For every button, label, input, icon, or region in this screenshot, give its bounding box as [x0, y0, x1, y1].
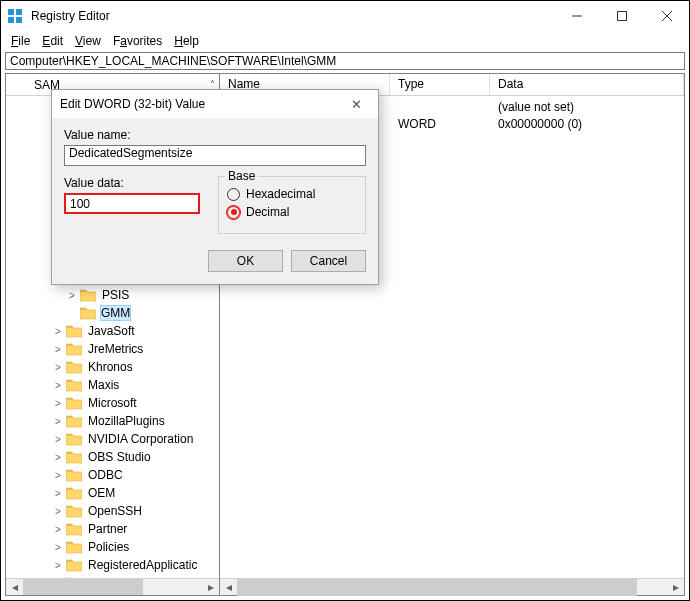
window-title: Registry Editor — [31, 9, 554, 23]
close-button[interactable] — [644, 1, 689, 31]
expander-icon[interactable]: > — [52, 326, 64, 337]
tree-item-label: ODBC — [88, 468, 123, 482]
tree-item-label: JreMetrics — [88, 342, 143, 356]
tree-item-label: Microsoft — [88, 396, 137, 410]
maximize-button[interactable] — [599, 1, 644, 31]
tree-item[interactable]: >PSIS — [6, 286, 219, 304]
tree-item[interactable]: GMM — [6, 304, 219, 322]
tree-item-label: RegisteredApplicatic — [88, 558, 197, 572]
minimize-button[interactable] — [554, 1, 599, 31]
scroll-left-icon[interactable]: ◂ — [220, 579, 237, 596]
expander-icon[interactable]: > — [52, 398, 64, 409]
titlebar: Registry Editor — [1, 1, 689, 31]
expander-icon[interactable]: > — [52, 524, 64, 535]
menu-edit[interactable]: Edit — [36, 34, 69, 48]
tree-item-label: MozillaPlugins — [88, 414, 165, 428]
tree-item-label: Khronos — [88, 360, 133, 374]
cancel-button[interactable]: Cancel — [291, 250, 366, 272]
tree-item-label: Maxis — [88, 378, 119, 392]
tree-item[interactable]: >Khronos — [6, 358, 219, 376]
column-data[interactable]: Data — [490, 74, 684, 95]
tree-item[interactable]: >Microsoft — [6, 394, 219, 412]
radio-decimal[interactable]: Decimal — [227, 205, 357, 219]
tree-item[interactable]: >OBS Studio — [6, 448, 219, 466]
svg-rect-3 — [16, 17, 22, 23]
tree-horizontal-scrollbar[interactable]: ◂ ▸ — [6, 578, 219, 595]
svg-rect-5 — [617, 12, 626, 21]
tree-item[interactable]: >OEM — [6, 484, 219, 502]
column-type[interactable]: Type — [390, 74, 490, 95]
tree-item-label: NVIDIA Corporation — [88, 432, 193, 446]
menu-file[interactable]: File — [5, 34, 36, 48]
tree-item-label: OpenSSH — [88, 504, 142, 518]
svg-rect-0 — [8, 9, 14, 15]
tree-item[interactable]: >JreMetrics — [6, 340, 219, 358]
tree-item[interactable]: >Maxis — [6, 376, 219, 394]
dialog-title: Edit DWORD (32-bit) Value — [60, 97, 342, 111]
expander-icon[interactable]: > — [52, 488, 64, 499]
cell-data: (value not set) — [490, 100, 684, 117]
dialog-close-button[interactable]: ✕ — [342, 97, 370, 112]
dialog-titlebar[interactable]: Edit DWORD (32-bit) Value ✕ — [52, 90, 378, 118]
list-horizontal-scrollbar[interactable]: ◂ ▸ — [220, 578, 684, 595]
close-icon — [662, 11, 672, 21]
radio-icon — [227, 188, 240, 201]
radio-icon — [227, 206, 240, 219]
scroll-right-icon[interactable]: ▸ — [202, 579, 219, 596]
expander-icon[interactable]: > — [52, 380, 64, 391]
tree-item[interactable]: >Partner — [6, 520, 219, 538]
expander-icon[interactable]: > — [52, 362, 64, 373]
ok-button[interactable]: OK — [208, 250, 283, 272]
tree-item[interactable]: >RegisteredApplicatic — [6, 556, 219, 574]
base-legend: Base — [225, 169, 258, 183]
expander-icon[interactable]: > — [52, 344, 64, 355]
tree-item-label: Partner — [88, 522, 127, 536]
cell-type: WORD — [390, 117, 490, 134]
maximize-icon — [617, 11, 627, 21]
radio-hexadecimal[interactable]: Hexadecimal — [227, 187, 357, 201]
address-bar[interactable]: Computer\HKEY_LOCAL_MACHINE\SOFTWARE\Int… — [5, 52, 685, 70]
expander-icon[interactable]: > — [52, 560, 64, 571]
tree-item-label: OBS Studio — [88, 450, 151, 464]
value-data-input[interactable]: 100 — [64, 193, 200, 214]
expander-icon[interactable]: > — [52, 434, 64, 445]
base-group: Base Hexadecimal Decimal — [218, 176, 366, 234]
tree-item-label: OEM — [88, 486, 115, 500]
expander-icon[interactable]: > — [52, 506, 64, 517]
scroll-thumb[interactable] — [237, 579, 637, 596]
menu-favorites[interactable]: Favorites — [107, 34, 168, 48]
tree-item[interactable]: >Policies — [6, 538, 219, 556]
expander-icon[interactable]: > — [52, 452, 64, 463]
scroll-thumb[interactable] — [23, 579, 143, 596]
tree-item-label: PSIS — [102, 288, 129, 302]
expander-icon[interactable]: > — [52, 470, 64, 481]
expander-icon[interactable]: > — [52, 542, 64, 553]
expander-icon[interactable]: > — [66, 290, 78, 301]
tree-item[interactable]: >NVIDIA Corporation — [6, 430, 219, 448]
tree-item[interactable]: >MozillaPlugins — [6, 412, 219, 430]
scroll-left-icon[interactable]: ◂ — [6, 579, 23, 596]
tree-item-label: GMM — [101, 306, 130, 320]
tree-item[interactable]: >ODBC — [6, 466, 219, 484]
value-data-label: Value data: — [64, 176, 200, 190]
edit-dword-dialog: Edit DWORD (32-bit) Value ✕ Value name: … — [51, 89, 379, 285]
value-name-label: Value name: — [64, 128, 366, 142]
tree-item[interactable]: >OpenSSH — [6, 502, 219, 520]
address-text: Computer\HKEY_LOCAL_MACHINE\SOFTWARE\Int… — [10, 54, 336, 68]
cell-type — [390, 100, 490, 117]
svg-rect-2 — [8, 17, 14, 23]
value-name-input[interactable]: DedicatedSegmentsize — [64, 145, 366, 166]
minimize-icon — [572, 11, 582, 21]
scroll-right-icon[interactable]: ▸ — [667, 579, 684, 596]
cell-data: 0x00000000 (0) — [490, 117, 684, 134]
menu-view[interactable]: View — [69, 34, 107, 48]
menu-help[interactable]: Help — [168, 34, 205, 48]
tree-item[interactable]: >JavaSoft — [6, 322, 219, 340]
tree-item-label: JavaSoft — [88, 324, 135, 338]
tree-item-label: Policies — [88, 540, 129, 554]
expander-icon[interactable]: > — [52, 416, 64, 427]
regedit-icon — [7, 8, 23, 24]
svg-rect-1 — [16, 9, 22, 15]
expander-icon[interactable] — [66, 308, 78, 319]
menubar: File Edit View Favorites Help — [1, 31, 689, 51]
